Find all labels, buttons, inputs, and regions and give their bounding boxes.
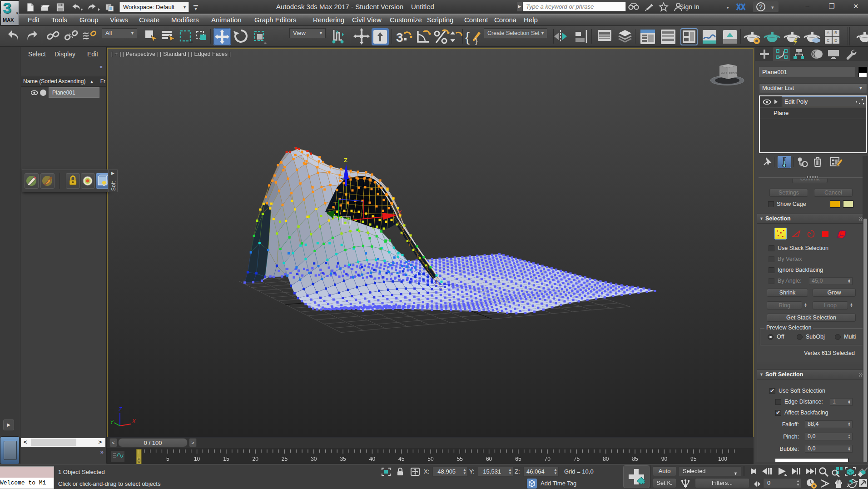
svg-text:C: C <box>827 38 830 43</box>
svg-text:}: } <box>475 37 478 45</box>
svg-text:{: { <box>465 30 470 45</box>
svg-text:▾: ▾ <box>771 5 774 10</box>
svg-text:B: B <box>834 30 837 35</box>
svg-text:3: 3 <box>396 30 403 45</box>
svg-text:D: D <box>834 38 838 43</box>
svg-text:?: ? <box>759 3 763 10</box>
svg-text:A: A <box>827 30 829 35</box>
